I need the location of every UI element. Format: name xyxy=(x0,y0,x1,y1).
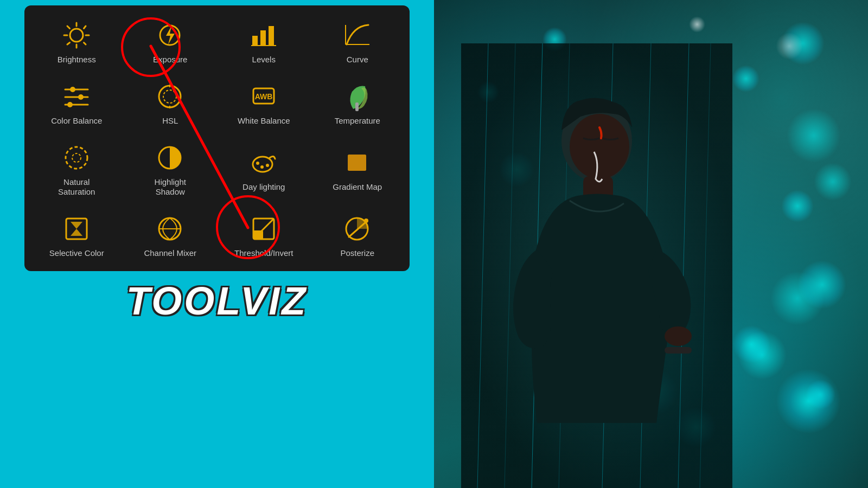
svg-rect-38 xyxy=(348,155,366,171)
color-balance-item[interactable]: Color Balance xyxy=(30,72,124,133)
levels-icon xyxy=(247,21,280,50)
day-lighting-icon xyxy=(247,148,280,178)
svg-point-30 xyxy=(66,147,87,169)
svg-point-31 xyxy=(72,153,81,162)
bokeh-4 xyxy=(781,190,814,222)
svg-rect-61 xyxy=(665,347,692,354)
channel-mixer-item[interactable]: Channel Mixer xyxy=(124,204,218,266)
highlight-shadow-item[interactable]: HighlightShadow xyxy=(124,133,218,204)
day-lighting-item[interactable]: Day lighting xyxy=(217,133,311,204)
gradient-map-label: Gradient Map xyxy=(333,182,382,192)
gradient-map-item[interactable]: Gradient Map xyxy=(311,133,405,204)
temperature-label: Temperature xyxy=(335,116,380,126)
svg-point-33 xyxy=(253,157,272,172)
brightness-icon xyxy=(60,21,93,50)
tools-grid: Brightness Exposure xyxy=(30,11,404,266)
logo-text: TOOLVIZ xyxy=(126,279,308,323)
hsl-item[interactable]: HSL xyxy=(124,72,218,133)
bokeh-3 xyxy=(787,108,841,163)
svg-marker-10 xyxy=(166,26,175,44)
svg-rect-11 xyxy=(252,36,258,46)
temperature-icon xyxy=(341,82,374,112)
posterize-label: Posterize xyxy=(340,248,374,258)
gradient-map-icon xyxy=(341,148,374,178)
bokeh-2 xyxy=(732,65,760,92)
hsl-label: HSL xyxy=(162,116,178,126)
threshold-invert-label: Threshold/Invert xyxy=(234,248,293,258)
threshold-invert-item[interactable]: Threshold/Invert xyxy=(217,204,311,266)
hsl-icon xyxy=(154,82,187,112)
svg-point-20 xyxy=(78,94,84,100)
bokeh-fg-4 xyxy=(770,271,825,325)
channel-mixer-icon xyxy=(154,214,187,244)
natural-saturation-item[interactable]: NaturalSaturation xyxy=(30,133,124,204)
svg-point-35 xyxy=(260,165,264,169)
curve-item[interactable]: Curve xyxy=(311,11,405,72)
selective-color-item[interactable]: Selective Color xyxy=(30,204,124,266)
svg-rect-29 xyxy=(355,102,359,111)
svg-rect-39 xyxy=(66,219,87,239)
white-balance-label: White Balance xyxy=(238,116,290,126)
svg-point-34 xyxy=(256,162,259,165)
bokeh-fg-2 xyxy=(738,331,787,380)
highlight-shadow-icon xyxy=(154,143,187,173)
bokeh-fg-1 xyxy=(776,369,841,434)
svg-line-5 xyxy=(67,26,70,29)
svg-rect-43 xyxy=(253,230,263,239)
levels-label: Levels xyxy=(252,55,276,65)
curve-icon xyxy=(341,21,374,50)
tools-grid-container: Brightness Exposure xyxy=(24,5,410,271)
curve-label: Curve xyxy=(347,55,368,65)
svg-line-6 xyxy=(84,43,86,45)
svg-point-23 xyxy=(159,86,181,107)
svg-point-18 xyxy=(70,87,75,92)
svg-point-24 xyxy=(163,90,176,103)
posterize-icon xyxy=(341,214,374,244)
color-balance-icon xyxy=(60,82,93,112)
exposure-label: Exposure xyxy=(153,55,187,65)
svg-rect-13 xyxy=(269,26,274,46)
svg-rect-12 xyxy=(260,30,266,46)
photo-background xyxy=(434,0,868,488)
svg-text:AWB: AWB xyxy=(254,92,272,101)
posterize-item[interactable]: Posterize xyxy=(311,204,405,266)
bokeh-fg-3 xyxy=(814,163,852,201)
svg-point-58 xyxy=(570,114,629,179)
exposure-icon xyxy=(154,21,187,50)
svg-line-8 xyxy=(67,43,70,45)
selective-color-icon xyxy=(60,214,93,244)
svg-line-7 xyxy=(84,26,86,29)
brightness-label: Brightness xyxy=(58,55,96,65)
svg-point-0 xyxy=(70,29,83,42)
highlight-shadow-label: HighlightShadow xyxy=(155,177,186,197)
svg-point-46 xyxy=(364,219,368,223)
selective-color-label: Selective Color xyxy=(49,248,104,258)
day-lighting-label: Day lighting xyxy=(242,182,285,192)
person-silhouette xyxy=(461,43,732,488)
channel-mixer-label: Channel Mixer xyxy=(144,248,196,258)
exposure-item[interactable]: Exposure xyxy=(124,11,218,72)
right-panel xyxy=(434,0,868,488)
threshold-invert-icon xyxy=(247,214,280,244)
levels-item[interactable]: Levels xyxy=(217,11,311,72)
brightness-item[interactable]: Brightness xyxy=(30,11,124,72)
temperature-item[interactable]: Temperature xyxy=(311,72,405,133)
left-panel: Brightness Exposure xyxy=(0,0,434,488)
white-balance-icon: AWB xyxy=(247,82,280,112)
svg-point-60 xyxy=(665,326,692,346)
natural-saturation-label: NaturalSaturation xyxy=(58,177,95,197)
logo-container: TOOLVIZ xyxy=(5,279,429,323)
bokeh-fg-5 xyxy=(776,33,803,60)
svg-point-36 xyxy=(266,164,269,167)
natural-saturation-icon xyxy=(60,143,93,173)
color-balance-label: Color Balance xyxy=(51,116,102,126)
bokeh-fg-6 xyxy=(689,16,705,33)
svg-point-22 xyxy=(67,102,73,107)
white-balance-item[interactable]: AWB White Balance xyxy=(217,72,311,133)
